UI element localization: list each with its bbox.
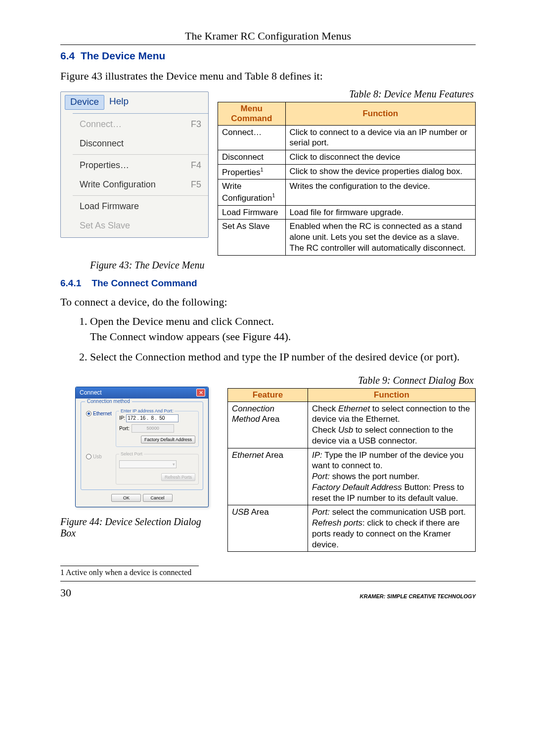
table-header-cell: Function: [308, 388, 476, 401]
refresh-ports-button[interactable]: Refresh Ports: [161, 473, 195, 481]
dialog-titlebar: Connect ✕: [76, 387, 208, 399]
port-input[interactable]: [132, 424, 174, 433]
menu-item-label: Load Firmware: [80, 201, 139, 212]
table-header-cell: Feature: [228, 388, 308, 401]
section-number: 6.4: [60, 50, 75, 61]
radio-selected-icon: [86, 411, 91, 416]
table-cell: Set As Slave: [218, 220, 286, 255]
connection-method-group: Connection method Ethernet Enter IP addr…: [81, 401, 203, 490]
table-cell: Click to connect to a device via an IP n…: [285, 125, 475, 150]
menu-bar-help[interactable]: Help: [104, 95, 134, 110]
footer-rule: [60, 581, 476, 581]
page-number: 30: [60, 586, 71, 599]
menu-bar: Device Help: [61, 92, 208, 113]
menu-item-disconnect[interactable]: Disconnect: [73, 134, 208, 153]
page-footer: 30 KRAMER: SIMPLE CREATIVE TECHNOLOGY: [60, 586, 476, 599]
table-cell: Click to disconnect the device: [285, 150, 475, 165]
factory-default-button[interactable]: Factory Default Address: [141, 436, 195, 444]
table-row: Set As Slave Enabled when the RC is conn…: [218, 220, 476, 255]
table-header-cell: Function: [285, 102, 475, 125]
menu-item-shortcut: F4: [185, 160, 201, 171]
menu-item-shortcut: [195, 201, 201, 212]
steps-list: Open the Device menu and click Connect.T…: [60, 314, 476, 364]
box-legend: Select Port: [119, 451, 144, 456]
menu-item-write-configuration[interactable]: Write Configuration F5: [73, 175, 208, 194]
table-row: USB AreaPort: select the communication U…: [228, 505, 476, 552]
table-header-cell: Menu Command: [218, 102, 286, 125]
section-intro: Figure 43 illustrates the Device menu an…: [60, 69, 476, 84]
header-rule: [60, 44, 476, 45]
menu-item-properties[interactable]: Properties… F4: [73, 156, 208, 175]
table-row: Properties1 Click to show the device pro…: [218, 164, 476, 179]
table-cell: Check Ethernet to select connection to t…: [308, 401, 476, 448]
table-cell: Ethernet Area: [228, 448, 308, 505]
menu-separator: [73, 195, 208, 196]
usb-port-select[interactable]: ▾: [119, 460, 177, 468]
table-9: Feature Function Connection Method AreaC…: [227, 388, 476, 552]
usb-radio[interactable]: Usb: [86, 454, 116, 460]
footer-tagline: KRAMER: SIMPLE CREATIVE TECHNOLOGY: [360, 593, 476, 599]
table-cell: Writes the configuration to the device.: [285, 179, 475, 205]
table-row: Disconnect Click to disconnect the devic…: [218, 150, 476, 165]
table-row: Ethernet AreaIP: Type the IP number of t…: [228, 448, 476, 505]
radio-label: Usb: [93, 454, 102, 459]
usb-box: Select Port ▾ Refresh Ports: [116, 454, 199, 485]
table-row: Connection Method AreaCheck Ethernet to …: [228, 401, 476, 448]
list-item: Select the Connection method and type th…: [90, 350, 476, 365]
figure-44-connect-dialog: Connect ✕ Connection method Ethernet Ent…: [75, 387, 209, 507]
port-label: Port:: [119, 426, 130, 431]
cancel-button[interactable]: Cancel: [143, 494, 173, 502]
subsection-number: 6.4.1: [60, 278, 81, 288]
footnote-text: 1 Active only when a device is connected: [60, 568, 476, 577]
radio-unselected-icon: [86, 454, 91, 459]
table-cell: Port: select the communication USB port.…: [308, 505, 476, 552]
table-cell: USB Area: [228, 505, 308, 552]
table-cell: Properties1: [218, 164, 286, 179]
ip-label: IP:: [119, 415, 125, 421]
menu-item-label: Write Configuration: [80, 179, 156, 190]
subsection-6-4-1-heading: 6.4.1 The Connect Command: [60, 278, 476, 289]
group-legend: Connection method: [85, 399, 132, 404]
footnote-rule: [60, 566, 199, 566]
ip-input[interactable]: [126, 414, 178, 422]
table-cell: Connect…: [218, 125, 286, 150]
menu-item-shortcut: [195, 138, 201, 149]
radio-label: Ethernet: [93, 411, 112, 416]
ethernet-box: Enter IP address And Port: IP: Port:: [116, 411, 199, 447]
table-9-caption: Table 9: Connect Dialog Box: [227, 375, 476, 386]
table-row: Connect… Click to connect to a device vi…: [218, 125, 476, 150]
device-dropdown: Connect… F3 Disconnect Properties… F4 Wr…: [73, 113, 208, 237]
table-row: Load Firmware Load file for firmware upg…: [218, 205, 476, 220]
list-item: Open the Device menu and click Connect.T…: [90, 314, 476, 345]
ethernet-radio[interactable]: Ethernet: [86, 411, 116, 417]
ok-button[interactable]: OK: [111, 494, 141, 502]
menu-item-set-as-slave[interactable]: Set As Slave: [73, 216, 208, 235]
table-8-caption: Table 8: Device Menu Features: [218, 89, 476, 100]
menu-item-load-firmware[interactable]: Load Firmware: [73, 197, 208, 216]
table-cell: Click to show the device properties dial…: [285, 164, 475, 179]
table-cell: Load file for firmware upgrade.: [285, 205, 475, 220]
table-8: Menu Command Function Connect… Click to …: [218, 102, 476, 256]
table-cell: Load Firmware: [218, 205, 286, 220]
table-cell: Disconnect: [218, 150, 286, 165]
table-cell: Connection Method Area: [228, 401, 308, 448]
menu-item-shortcut: F3: [185, 119, 201, 130]
chevron-down-icon: ▾: [173, 462, 175, 467]
section-title: The Device Menu: [81, 50, 166, 61]
dialog-title: Connect: [80, 389, 102, 396]
box-legend: Enter IP address And Port:: [119, 408, 175, 413]
menu-item-connect[interactable]: Connect… F3: [73, 115, 208, 134]
subsection-para: To connect a device, do the following:: [60, 295, 476, 310]
subsection-title: The Connect Command: [91, 278, 197, 288]
figure-44-caption: Figure 44: Device Selection Dialog Box: [60, 516, 213, 539]
menu-item-label: Disconnect: [80, 138, 124, 149]
menu-item-shortcut: [195, 221, 201, 231]
running-header: The Kramer RC Configuration Menus: [60, 30, 476, 43]
menu-bar-device[interactable]: Device: [65, 95, 104, 110]
close-icon[interactable]: ✕: [196, 389, 205, 397]
menu-item-shortcut: F5: [185, 179, 201, 190]
figure-43-device-menu: Device Help Connect… F3 Disconnect Prope…: [60, 91, 209, 238]
table-cell: IP: Type the IP number of the device you…: [308, 448, 476, 505]
section-6-4-heading: 6.4 The Device Menu: [60, 50, 476, 62]
table-cell: Write Configuration1: [218, 179, 286, 205]
